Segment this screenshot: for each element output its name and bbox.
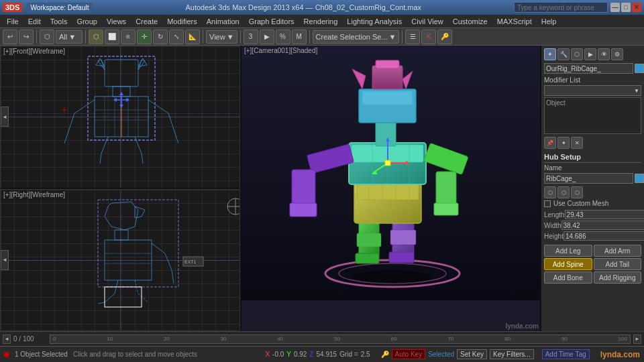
tick-20: 20 <box>164 336 170 342</box>
right-panel: ✦ 🔧 ⬡ ▶ 👁 ⚙ Modifier List ▼ Object 📌 ✦ ✕ <box>540 46 644 331</box>
grid-value: 2.5 <box>361 351 370 358</box>
timeline-next-button[interactable]: ► <box>633 335 641 344</box>
workspace-selector[interactable]: Workspace: Default <box>26 3 93 13</box>
pin-stack-button[interactable]: 📌 <box>544 137 556 149</box>
toolbar-separator-1 <box>36 30 37 44</box>
svg-rect-80 <box>434 203 458 215</box>
render-setup-button[interactable]: 3 <box>244 29 258 44</box>
select-region-button[interactable]: ⬜ <box>105 29 119 44</box>
set-key-button[interactable]: Set Key <box>457 349 487 359</box>
svg-rect-35 <box>115 230 128 240</box>
search-input[interactable] <box>514 2 608 13</box>
add-rigging-button[interactable]: Add Rigging <box>594 272 642 284</box>
object-color-swatch[interactable] <box>635 64 644 73</box>
add-tail-button[interactable]: Add Tail <box>594 258 642 270</box>
menu-maxscript[interactable]: MAXScript <box>493 16 536 27</box>
window-title: Autodesk 3ds Max Design 2013 x64 — Ch08_… <box>185 3 421 11</box>
add-arm-button[interactable]: Add Arm <box>594 245 642 257</box>
menu-edit[interactable]: Edit <box>24 16 45 27</box>
display-panel-icon[interactable]: 👁 <box>598 48 610 60</box>
rotate-button[interactable]: ↻ <box>153 29 168 44</box>
height-field-row: Height ▲ ▼ <box>544 231 641 241</box>
key-icon: 🔑 <box>381 351 389 358</box>
hub-color-swatch[interactable] <box>635 174 644 183</box>
menu-customize[interactable]: Customize <box>449 16 492 27</box>
add-bone-button[interactable]: Add Bone <box>544 272 592 284</box>
setkey-button[interactable]: 🔑 <box>437 29 452 44</box>
right-nav-left[interactable]: ◄ <box>1 250 9 270</box>
menu-modifiers[interactable]: Modifiers <box>163 16 201 27</box>
front-nav-left[interactable]: ◄ <box>1 107 9 127</box>
menu-file[interactable]: File <box>3 16 23 27</box>
right-wireframe-svg: EXT1 <box>1 190 240 317</box>
menu-help[interactable]: Help <box>537 16 561 27</box>
toolbar-separator-3 <box>203 30 203 44</box>
filter-dropdown[interactable]: All▼ <box>56 30 83 44</box>
create-selection-dropdown[interactable]: Create Selection Se...▼ <box>313 30 400 44</box>
minimize-button[interactable]: — <box>610 3 620 12</box>
auto-key-button[interactable]: Auto Key <box>392 349 426 359</box>
menu-graph-editors[interactable]: Graph Editors <box>245 16 299 27</box>
menu-lighting-analysis[interactable]: Lighting Analysis <box>343 16 406 27</box>
add-spine-button[interactable]: Add Spine <box>544 258 592 270</box>
svg-rect-76 <box>292 170 315 206</box>
timeline-prev-button[interactable]: ◄ <box>3 335 11 344</box>
hub-name-input[interactable] <box>544 173 633 184</box>
redo-button[interactable]: ↪ <box>19 29 34 44</box>
ref-coord-button[interactable]: 📐 <box>185 29 200 44</box>
render-button[interactable]: ▶ <box>260 29 274 44</box>
hub-btn-1[interactable]: ⬡ <box>544 186 556 198</box>
action-buttons-row-2: Add Spine Add Tail <box>544 258 641 270</box>
timeline-ticks: 0 10 20 30 40 50 60 70 80 90 100 <box>50 335 630 343</box>
use-custom-mesh-checkbox[interactable] <box>544 200 551 207</box>
svg-marker-33 <box>105 202 138 230</box>
modify-panel-icon[interactable]: 🔧 <box>557 48 570 60</box>
height-input[interactable] <box>564 231 644 241</box>
modifier-list-dropdown[interactable]: ▼ <box>544 85 641 96</box>
menu-tools[interactable]: Tools <box>46 16 72 27</box>
svg-line-42 <box>98 302 105 304</box>
make-unique-button[interactable]: ✦ <box>557 137 570 149</box>
move-button[interactable]: ✛ <box>137 29 152 44</box>
hub-btn-2[interactable]: ⬡ <box>557 186 570 198</box>
add-time-tag-button[interactable]: Add Time Tag <box>542 349 590 359</box>
object-name-input[interactable] <box>544 63 633 74</box>
window-buttons: — □ ✕ <box>610 3 641 12</box>
menu-animation[interactable]: Animation <box>203 16 244 27</box>
view-dropdown[interactable]: View▼ <box>206 30 237 44</box>
select-by-name-button[interactable]: ≡ <box>121 29 136 44</box>
width-label: Width <box>544 222 561 229</box>
motion-panel-icon[interactable]: ▶ <box>584 48 596 60</box>
autokey-button[interactable]: K <box>421 29 436 44</box>
width-input[interactable] <box>561 221 644 230</box>
select-button[interactable]: ⬡ <box>40 29 54 44</box>
menu-create[interactable]: Create <box>131 16 162 27</box>
front-viewport[interactable]: [+][Front][Wireframe] <box>0 46 240 189</box>
length-input[interactable] <box>565 210 644 219</box>
tick-40: 40 <box>277 336 283 342</box>
main-viewport[interactable]: [+][Camera001][Shaded] <box>241 46 540 331</box>
utilities-panel-icon[interactable]: ⚙ <box>611 48 623 60</box>
maximize-button[interactable]: □ <box>621 3 631 12</box>
render-env-button[interactable]: % <box>276 29 290 44</box>
tick-0: 0 <box>53 336 56 342</box>
material-editor-button[interactable]: M <box>292 29 307 44</box>
schematic-button[interactable]: ☰ <box>405 29 420 44</box>
tick-80: 80 <box>504 336 511 342</box>
menu-group[interactable]: Group <box>72 16 101 27</box>
menu-views[interactable]: Views <box>103 16 130 27</box>
right-viewport[interactable]: [+][Right][Wireframe] <box>0 189 240 332</box>
create-panel-icon[interactable]: ✦ <box>544 48 556 60</box>
timeline-bar[interactable]: 0 10 20 30 40 50 60 70 80 90 100 <box>50 335 631 344</box>
scale-button[interactable]: ⤡ <box>169 29 184 44</box>
close-button[interactable]: ✕ <box>632 3 641 12</box>
undo-button[interactable]: ↩ <box>3 29 17 44</box>
select-obj-button[interactable]: ⬡ <box>89 29 103 44</box>
add-leg-button[interactable]: Add Leg <box>544 245 592 257</box>
menu-civil-view[interactable]: Civil View <box>407 16 447 27</box>
menu-rendering[interactable]: Rendering <box>300 16 342 27</box>
remove-modifier-button[interactable]: ✕ <box>571 137 583 149</box>
hierarchy-panel-icon[interactable]: ⬡ <box>571 48 583 60</box>
key-filters-button[interactable]: Key Filters... <box>490 349 534 359</box>
hub-btn-3[interactable]: ⬡ <box>571 186 583 198</box>
